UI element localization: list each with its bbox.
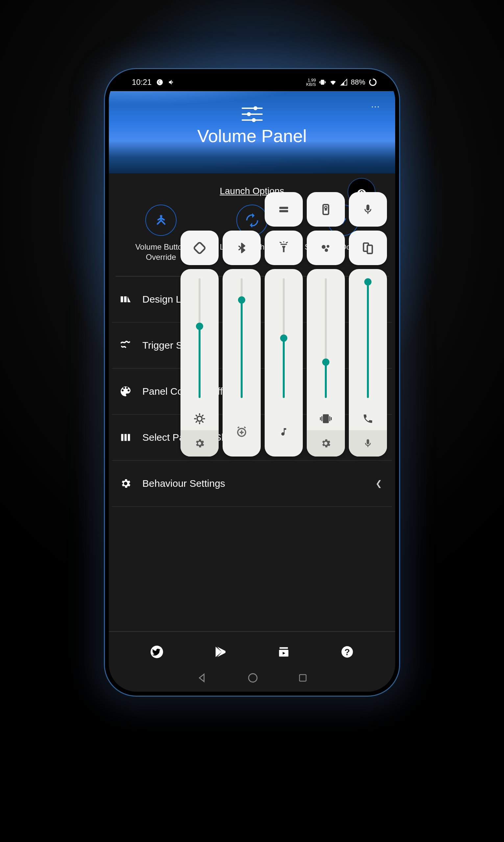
screen: 10:21 ☾ 1.99 KB/S: [109, 73, 395, 692]
nav-recents-button[interactable]: [298, 673, 308, 683]
music-note-icon[interactable]: [265, 407, 303, 456]
svg-rect-32: [367, 245, 372, 253]
columns-icon: [119, 431, 132, 444]
shortcut-row-2: [178, 231, 387, 265]
phone-icon[interactable]: [349, 407, 387, 430]
brightness-icon[interactable]: [180, 407, 219, 430]
svg-rect-12: [121, 434, 124, 441]
tile-mic[interactable]: [349, 192, 387, 227]
svg-rect-13: [125, 434, 127, 441]
tile-rotation-lock[interactable]: [307, 192, 345, 227]
svg-line-39: [202, 421, 203, 422]
slider-alarm: [222, 269, 261, 456]
app-logo-icon: [239, 101, 265, 127]
battery-ring-icon: [368, 78, 377, 87]
gear-icon: [119, 477, 132, 490]
twitter-button[interactable]: [150, 645, 164, 659]
status-bar: 10:21 ☾ 1.99 KB/S: [109, 73, 395, 91]
slider-row: [178, 269, 387, 456]
wifi-icon: [329, 78, 337, 86]
svg-point-8: [252, 119, 255, 121]
vibrate-icon[interactable]: [307, 407, 345, 430]
svg-rect-16: [280, 647, 288, 649]
palette-icon: [119, 384, 132, 398]
slider-ring: [307, 269, 345, 456]
svg-point-2: [370, 79, 376, 86]
svg-rect-24: [280, 210, 288, 212]
svg-line-45: [238, 427, 239, 428]
svg-line-38: [196, 415, 197, 416]
nav-back-button[interactable]: [197, 672, 208, 683]
tile-screens[interactable]: [349, 231, 387, 265]
svg-point-29: [327, 245, 329, 247]
tile-equals[interactable]: [265, 192, 303, 227]
status-time: 10:21: [132, 78, 151, 87]
app-title: Volume Panel: [197, 126, 307, 146]
alarm-plus-icon[interactable]: [222, 407, 261, 456]
archive-button[interactable]: [277, 645, 291, 659]
slider-track[interactable]: [222, 269, 261, 407]
slider-mic-button[interactable]: [349, 430, 387, 456]
slider-brightness: [180, 269, 219, 456]
shortcut-row-1: [178, 192, 387, 227]
slider-track[interactable]: [180, 269, 219, 407]
slider-track[interactable]: [349, 269, 387, 407]
volume-icon: [168, 78, 175, 86]
slider-settings-button[interactable]: [180, 430, 219, 456]
svg-point-4: [254, 107, 257, 109]
slider-call: [349, 269, 387, 456]
social-bar: ?: [109, 631, 395, 659]
menu-behaviour-settings[interactable]: Behaviour Settings ❮: [112, 461, 392, 507]
slider-media: [265, 269, 303, 456]
slider-track[interactable]: [265, 269, 303, 407]
svg-point-30: [325, 248, 328, 252]
help-button[interactable]: ?: [340, 645, 354, 659]
tile-bluetooth[interactable]: [222, 231, 261, 265]
svg-rect-14: [128, 434, 130, 441]
svg-point-6: [248, 113, 250, 115]
svg-rect-11: [124, 296, 127, 302]
svg-point-33: [197, 416, 202, 421]
tile-flashlight[interactable]: [265, 231, 303, 265]
svg-line-40: [196, 421, 197, 422]
dnd-icon: ☾: [156, 78, 163, 86]
tile-rotate[interactable]: [180, 231, 219, 265]
svg-point-28: [322, 245, 326, 249]
svg-rect-10: [121, 296, 123, 302]
play-store-button[interactable]: [213, 645, 227, 659]
svg-point-21: [249, 674, 257, 682]
phone-frame: 10:21 ☾ 1.99 KB/S: [105, 69, 399, 696]
nav-home-button[interactable]: [247, 672, 258, 683]
app-header: Volume Panel ⋮: [109, 91, 395, 173]
network-speed: 1.99 KB/S: [306, 78, 316, 87]
svg-rect-22: [300, 675, 306, 681]
slider-track[interactable]: [307, 269, 345, 407]
slider-settings-button[interactable]: [307, 430, 345, 456]
svg-text:☾: ☾: [158, 79, 162, 85]
vibrate-status-icon: [319, 78, 326, 86]
svg-rect-23: [280, 207, 288, 209]
svg-text:?: ?: [344, 647, 349, 657]
tile-colors[interactable]: [307, 231, 345, 265]
volume-panel-overlay: [178, 192, 387, 456]
signal-icon: [340, 78, 347, 86]
overflow-menu-button[interactable]: ⋮: [370, 103, 380, 112]
layout-icon: [119, 292, 132, 306]
svg-rect-27: [194, 242, 205, 254]
svg-line-41: [202, 415, 203, 416]
chevron-right-icon: ❮: [375, 479, 382, 488]
battery-text: 88%: [351, 78, 365, 87]
svg-line-46: [244, 427, 246, 428]
gesture-icon: [119, 338, 132, 352]
system-nav-bar: [109, 664, 395, 692]
